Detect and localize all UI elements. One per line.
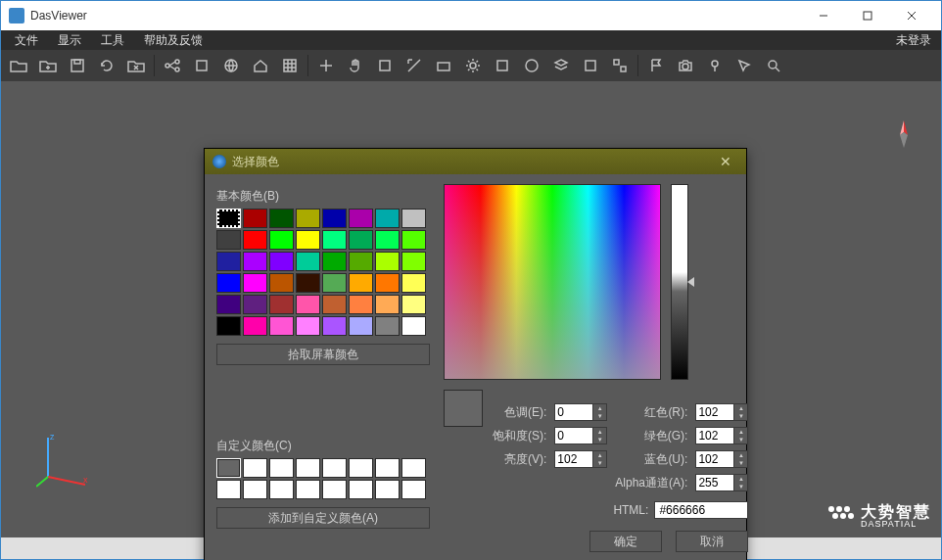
basic-color-swatch[interactable] <box>401 230 426 250</box>
basic-color-swatch[interactable] <box>349 295 373 314</box>
flag-icon[interactable] <box>642 52 670 79</box>
basic-color-swatch[interactable] <box>216 273 241 293</box>
basic-color-swatch[interactable] <box>269 230 294 250</box>
basic-color-swatch[interactable] <box>243 209 267 228</box>
tool-d-icon[interactable] <box>489 52 516 79</box>
pointer-icon[interactable] <box>730 52 758 79</box>
refresh-icon[interactable] <box>93 52 120 79</box>
basic-color-swatch[interactable] <box>296 209 320 228</box>
square-icon[interactable] <box>188 52 215 79</box>
color-gradient-picker[interactable] <box>444 184 661 380</box>
minimize-button[interactable] <box>801 1 845 30</box>
custom-color-swatch[interactable] <box>269 480 294 499</box>
custom-color-swatch[interactable] <box>401 458 426 478</box>
basic-color-swatch[interactable] <box>322 209 347 228</box>
menu-tools[interactable]: 工具 <box>91 30 134 51</box>
sat-spinner[interactable]: ▲▼ <box>593 427 607 444</box>
custom-color-swatch[interactable] <box>296 458 320 478</box>
custom-color-swatch[interactable] <box>401 480 426 499</box>
custom-color-swatch[interactable] <box>269 458 294 478</box>
login-status[interactable]: 未登录 <box>890 30 937 51</box>
home-icon[interactable] <box>247 52 274 79</box>
hand-icon[interactable] <box>342 52 369 79</box>
basic-color-swatch[interactable] <box>216 230 241 250</box>
basic-color-swatch[interactable] <box>216 295 241 314</box>
search-icon[interactable] <box>760 52 787 79</box>
value-slider-handle[interactable] <box>687 277 694 287</box>
basic-color-swatch[interactable] <box>243 273 267 293</box>
basic-color-swatch[interactable] <box>296 273 320 293</box>
basic-color-swatch[interactable] <box>269 316 294 336</box>
basic-color-swatch[interactable] <box>322 295 347 314</box>
save-icon[interactable] <box>64 52 91 79</box>
basic-color-swatch[interactable] <box>349 230 373 250</box>
folder-x-icon[interactable] <box>122 52 150 79</box>
custom-color-swatch[interactable] <box>243 480 267 499</box>
basic-color-swatch[interactable] <box>216 209 241 228</box>
red-input[interactable] <box>695 403 734 421</box>
basic-color-swatch[interactable] <box>375 252 400 271</box>
viewport[interactable]: z x 大势智慧 DASPATIAL 选择颜色 ✕ 基本颜色(B) <box>1 81 941 537</box>
tool-c-icon[interactable] <box>430 52 457 79</box>
basic-color-swatch[interactable] <box>322 230 347 250</box>
basic-color-swatch[interactable] <box>296 295 320 314</box>
camera-icon[interactable] <box>672 52 699 79</box>
add-custom-color-button[interactable]: 添加到自定义颜色(A) <box>216 507 430 529</box>
alpha-input[interactable] <box>695 474 734 491</box>
basic-color-swatch[interactable] <box>349 316 373 336</box>
custom-color-swatch[interactable] <box>349 458 373 478</box>
custom-color-swatch[interactable] <box>216 480 241 499</box>
maximize-button[interactable] <box>845 1 889 30</box>
basic-color-swatch[interactable] <box>243 252 267 271</box>
custom-color-swatch[interactable] <box>349 480 373 499</box>
basic-color-swatch[interactable] <box>401 209 426 228</box>
red-spinner[interactable]: ▲▼ <box>734 403 748 421</box>
green-spinner[interactable]: ▲▼ <box>734 427 748 444</box>
close-button[interactable] <box>889 1 933 30</box>
basic-color-swatch[interactable] <box>349 209 373 228</box>
basic-color-swatch[interactable] <box>401 295 426 314</box>
custom-color-swatch[interactable] <box>216 458 241 478</box>
basic-color-swatch[interactable] <box>401 252 426 271</box>
globe-icon[interactable] <box>217 52 245 79</box>
custom-color-swatch[interactable] <box>296 480 320 499</box>
basic-color-swatch[interactable] <box>269 209 294 228</box>
basic-color-swatch[interactable] <box>375 273 400 293</box>
tool-e-icon[interactable] <box>518 52 545 79</box>
custom-color-swatch[interactable] <box>322 480 347 499</box>
pin-icon[interactable] <box>701 52 729 79</box>
basic-color-swatch[interactable] <box>216 316 241 336</box>
basic-color-swatch[interactable] <box>349 252 373 271</box>
basic-color-swatch[interactable] <box>375 209 400 228</box>
custom-color-swatch[interactable] <box>375 480 400 499</box>
dialog-close-button[interactable]: ✕ <box>713 149 738 174</box>
custom-color-swatch[interactable] <box>375 458 400 478</box>
basic-color-swatch[interactable] <box>243 230 267 250</box>
alpha-spinner[interactable]: ▲▼ <box>734 474 748 491</box>
basic-color-swatch[interactable] <box>375 230 400 250</box>
basic-color-swatch[interactable] <box>401 316 426 336</box>
basic-color-swatch[interactable] <box>296 316 320 336</box>
basic-color-swatch[interactable] <box>269 273 294 293</box>
blue-spinner[interactable]: ▲▼ <box>734 450 748 468</box>
basic-color-swatch[interactable] <box>243 316 267 336</box>
basic-color-swatch[interactable] <box>349 273 373 293</box>
basic-color-swatch[interactable] <box>216 252 241 271</box>
html-input[interactable] <box>654 501 748 519</box>
basic-color-swatch[interactable] <box>243 295 267 314</box>
basic-color-swatch[interactable] <box>296 230 320 250</box>
hue-spinner[interactable]: ▲▼ <box>593 403 607 421</box>
layers-icon[interactable] <box>547 52 575 79</box>
sun-icon[interactable] <box>459 52 487 79</box>
basic-color-swatch[interactable] <box>322 273 347 293</box>
grid-icon[interactable] <box>276 52 304 79</box>
folder-add-icon[interactable] <box>34 52 62 79</box>
basic-color-swatch[interactable] <box>322 316 347 336</box>
custom-color-swatch[interactable] <box>322 458 347 478</box>
tool-a-icon[interactable] <box>371 52 399 79</box>
basic-color-swatch[interactable] <box>375 295 400 314</box>
blue-input[interactable] <box>695 450 734 468</box>
basic-color-swatch[interactable] <box>322 252 347 271</box>
cancel-button[interactable]: 取消 <box>676 531 748 552</box>
tool-g-icon[interactable] <box>606 52 634 79</box>
